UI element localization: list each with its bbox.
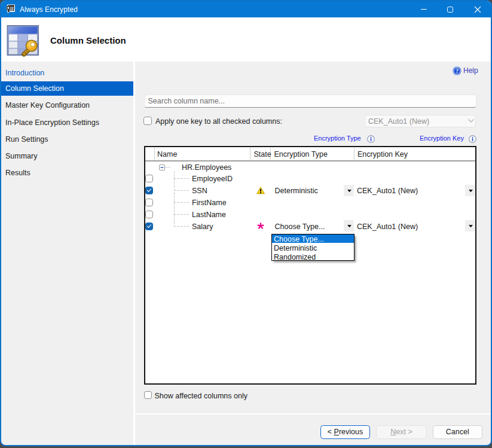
svg-text:?: ? xyxy=(456,68,459,74)
